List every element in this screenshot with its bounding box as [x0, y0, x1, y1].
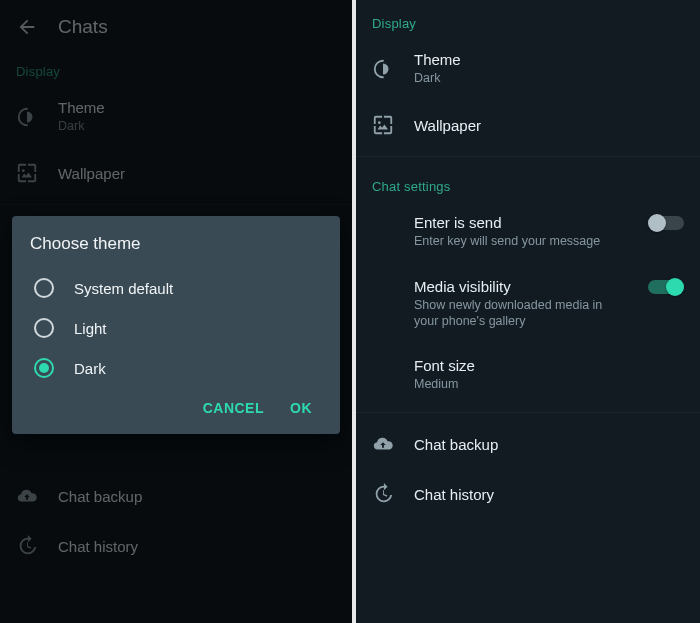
setting-wallpaper-label: Wallpaper	[414, 117, 481, 134]
section-header-chat-settings: Chat settings	[356, 163, 700, 200]
theme-option-system[interactable]: System default	[30, 268, 322, 308]
setting-label: Enter is send	[414, 214, 628, 231]
right-screen: Display Theme Dark Wallpaper Chat settin…	[356, 0, 700, 623]
theme-option-label: Light	[74, 320, 107, 337]
setting-chat-backup-label: Chat backup	[414, 436, 498, 453]
cloud-icon	[372, 433, 394, 455]
history-icon	[372, 483, 394, 505]
section-header-display: Display	[356, 0, 700, 37]
setting-chat-history-label: Chat history	[414, 486, 494, 503]
ok-button[interactable]: OK	[290, 400, 312, 416]
theme-option-dark[interactable]: Dark	[30, 348, 322, 388]
theme-option-light[interactable]: Light	[30, 308, 322, 348]
divider	[356, 156, 700, 157]
toggle-enter-is-send[interactable]	[648, 214, 684, 232]
setting-font-size[interactable]: Font size Medium	[356, 343, 700, 406]
radio-icon	[34, 278, 54, 298]
choose-theme-dialog: Choose theme System default Light Dark C…	[12, 216, 340, 434]
radio-icon	[34, 318, 54, 338]
setting-chat-backup[interactable]: Chat backup	[356, 419, 700, 469]
setting-value: Medium	[414, 376, 475, 392]
setting-enter-is-send[interactable]: Enter is send Enter key will send your m…	[356, 200, 700, 263]
setting-wallpaper[interactable]: Wallpaper	[356, 100, 700, 150]
dialog-title: Choose theme	[30, 234, 322, 254]
setting-chat-history[interactable]: Chat history	[356, 469, 700, 519]
cancel-button[interactable]: CANCEL	[203, 400, 264, 416]
wallpaper-icon	[372, 114, 394, 136]
radio-icon-selected	[34, 358, 54, 378]
left-screen: Chats Display Theme Dark Wallpaper Chat …	[0, 0, 352, 623]
theme-option-label: System default	[74, 280, 173, 297]
setting-theme-label: Theme	[414, 51, 461, 68]
setting-label: Media visibility	[414, 278, 628, 295]
setting-theme-value: Dark	[414, 70, 461, 86]
theme-icon	[372, 58, 394, 80]
setting-label: Font size	[414, 357, 475, 374]
toggle-media-visibility[interactable]	[648, 278, 684, 296]
setting-theme[interactable]: Theme Dark	[356, 37, 700, 100]
dialog-actions: CANCEL OK	[30, 388, 322, 426]
setting-media-visibility[interactable]: Media visibility Show newly downloaded m…	[356, 264, 700, 344]
theme-option-label: Dark	[74, 360, 106, 377]
divider	[356, 412, 700, 413]
setting-sublabel: Enter key will send your message	[414, 233, 628, 249]
setting-sublabel: Show newly downloaded media in your phon…	[414, 297, 628, 330]
